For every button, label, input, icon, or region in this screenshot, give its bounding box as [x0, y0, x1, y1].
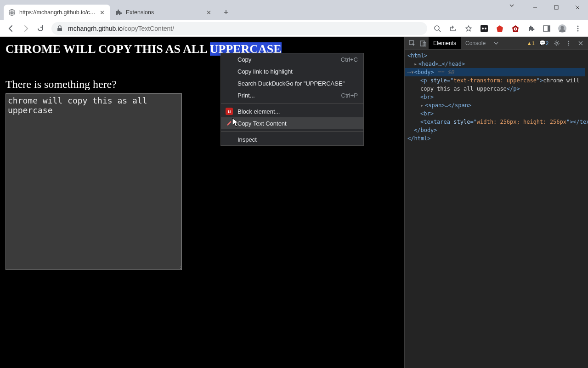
back-button[interactable]	[4, 21, 18, 36]
ctx-print[interactable]: Print... Ctrl+P	[221, 89, 363, 101]
globe-icon	[8, 9, 16, 16]
pencil-icon	[226, 120, 233, 127]
svg-rect-10	[515, 28, 515, 30]
chevron-down-icon[interactable]	[509, 3, 514, 8]
close-icon[interactable]: ✕	[98, 9, 106, 16]
sidepanel-icon[interactable]	[540, 22, 553, 35]
svg-point-15	[577, 25, 579, 27]
tab-strip: https://mchangrh.github.io/copy ✕ Extens…	[0, 0, 232, 20]
svg-rect-12	[548, 26, 550, 31]
window-controls	[525, 0, 588, 15]
minimize-button[interactable]	[525, 0, 546, 15]
url-domain: mchangrh.github.io	[68, 25, 123, 32]
device-toolbar-icon[interactable]	[418, 38, 429, 49]
toolbar-icons	[431, 22, 584, 35]
svg-point-16	[577, 28, 579, 29]
devtools-dom-tree[interactable]: <html> ▸<head>…</head> ⋯▾<body> == $0 <p…	[405, 50, 588, 368]
tab-title: https://mchangrh.github.io/copy	[19, 9, 98, 16]
address-bar: mchangrh.github.io/copyTextContent/	[0, 20, 588, 37]
ctx-copy-link-highlight[interactable]: Copy link to highlight	[221, 65, 363, 77]
tab-console[interactable]: Console	[461, 37, 490, 49]
reload-button[interactable]	[33, 21, 48, 36]
devtools-close-icon[interactable]	[575, 38, 586, 49]
svg-rect-2	[554, 6, 558, 9]
tab-active[interactable]: https://mchangrh.github.io/copy ✕	[4, 5, 110, 20]
tab-inactive[interactable]: Extensions ✕	[110, 5, 217, 20]
info-badge[interactable]: 💬2	[537, 40, 550, 46]
svg-rect-19	[420, 41, 424, 46]
svg-point-23	[568, 42, 569, 43]
svg-rect-6	[481, 25, 488, 32]
omnibox[interactable]: mchangrh.github.io/copyTextContent/	[51, 22, 427, 35]
context-menu: Copy Ctrl+C Copy link to highlight Searc…	[220, 53, 364, 146]
extensions-button[interactable]	[525, 22, 537, 35]
textarea[interactable]	[6, 93, 182, 270]
tab-elements[interactable]: Elements	[429, 37, 461, 49]
ctx-copy[interactable]: Copy Ctrl+C	[221, 53, 363, 65]
url-path: /copyTextContent/	[123, 25, 174, 32]
ctx-search[interactable]: Search DuckDuckGo for "UPPERCASE"	[221, 77, 363, 89]
puzzle-icon	[115, 9, 122, 16]
svg-point-17	[577, 30, 579, 31]
svg-point-7	[482, 28, 484, 29]
svg-rect-3	[57, 28, 62, 31]
inspect-element-icon[interactable]	[407, 38, 418, 49]
profile-icon[interactable]	[556, 22, 569, 35]
share-icon[interactable]	[447, 22, 459, 35]
menu-icon[interactable]	[571, 22, 584, 35]
forward-button[interactable]	[18, 21, 33, 36]
zoom-icon[interactable]	[431, 22, 444, 35]
close-button[interactable]	[567, 0, 588, 15]
lock-icon	[57, 25, 63, 32]
tab-title: Extensions	[126, 9, 205, 16]
ctx-separator	[221, 131, 363, 132]
ctx-inspect[interactable]: Inspect	[221, 133, 363, 145]
svg-point-24	[568, 44, 569, 45]
devtools-panel: Elements Console ▲1 💬2 <html> ▸<head>…</…	[404, 37, 588, 368]
devtools-menu-icon[interactable]	[563, 38, 574, 49]
ctx-separator	[221, 103, 363, 104]
svg-point-22	[568, 40, 569, 41]
maximize-button[interactable]	[546, 0, 567, 15]
ublock-icon: u	[226, 108, 233, 115]
extension-icon-2[interactable]	[493, 22, 506, 35]
close-icon[interactable]: ✕	[205, 9, 212, 16]
svg-point-8	[485, 28, 486, 29]
svg-point-4	[435, 26, 439, 30]
svg-point-14	[561, 26, 564, 29]
new-tab-button[interactable]: +	[220, 6, 232, 19]
devtools-tabs: Elements Console ▲1 💬2	[405, 37, 588, 50]
settings-icon[interactable]	[551, 38, 562, 49]
svg-point-21	[556, 42, 558, 44]
star-icon[interactable]	[462, 22, 475, 35]
extension-icon-1[interactable]	[478, 22, 491, 35]
ctx-copy-text-content[interactable]: Copy Text Content	[221, 117, 363, 129]
window-titlebar: https://mchangrh.github.io/copy ✕ Extens…	[0, 0, 588, 20]
extension-icon-3[interactable]	[509, 22, 522, 35]
more-tabs-icon[interactable]	[490, 38, 501, 49]
ctx-block-element[interactable]: u Block element...	[221, 105, 363, 117]
warnings-badge[interactable]: ▲1	[525, 40, 537, 46]
svg-line-5	[439, 30, 441, 32]
